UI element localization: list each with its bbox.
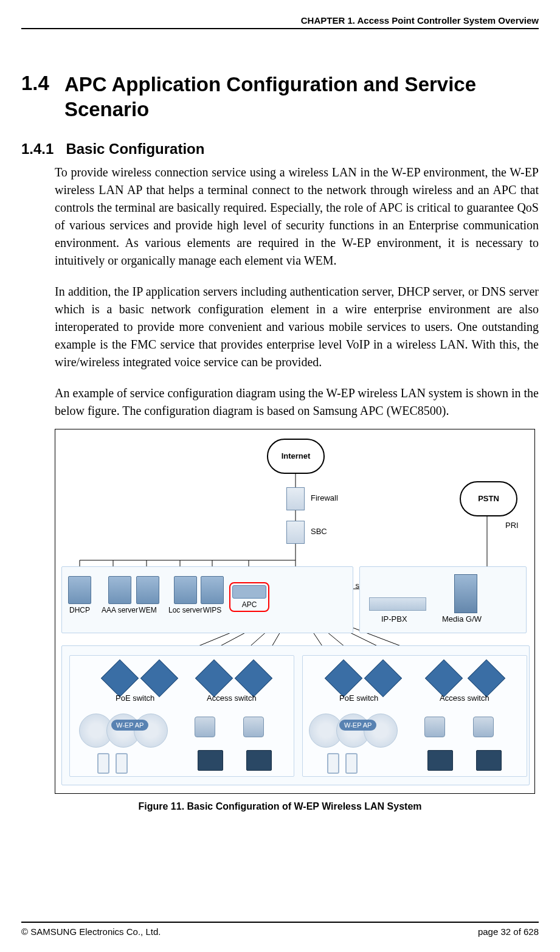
server-icon (136, 576, 159, 604)
server-icon (108, 576, 131, 604)
wep-ap-coverage (309, 714, 400, 750)
aaa-server: AAA server (102, 576, 138, 614)
section-number: 1.4 (21, 72, 49, 95)
copyright-text: © SAMSUNG Electronics Co., Ltd. (21, 926, 161, 937)
sbc-icon (286, 521, 305, 544)
access-switch-label: Access switch (440, 693, 489, 703)
wips-label: WIPS (203, 606, 222, 614)
apc-highlight-outline: APC (229, 582, 269, 612)
paragraph-1: To provide wireless connection service u… (55, 164, 539, 269)
pstn-cloud-icon: PSTN (460, 481, 517, 516)
loc-server: Loc server (168, 576, 202, 614)
firewall-icon (286, 487, 305, 510)
server-group: DHCP AAA server WEM Loc server WIPS APC (61, 566, 353, 633)
poe-switch-icon (325, 659, 362, 697)
figure-11-diagram: Internet PSTN PRI Firewall SBC Backbone … (55, 429, 535, 794)
wips-server: WIPS (201, 576, 224, 614)
page-number: page 32 of 628 (478, 926, 539, 937)
subsection-heading: 1.4.1 Basic Configuration (21, 141, 539, 158)
apc-device: APC (229, 582, 269, 612)
server-icon (201, 576, 224, 604)
server-icon (68, 576, 91, 604)
poe-switch-icon (140, 659, 178, 697)
pri-label: PRI (505, 521, 519, 530)
ip-pbx-label: IP-PBX (381, 614, 407, 624)
pc-icon (427, 750, 453, 771)
dhcp-server: DHCP (68, 576, 91, 614)
pc-icon (246, 750, 272, 771)
wep-ap-coverage (79, 714, 170, 750)
poe-switch-icon (364, 659, 402, 697)
site-1-group: PoE switch Access switch W-EP AP (69, 655, 294, 777)
apc-icon (232, 585, 266, 599)
subsection-title: Basic Configuration (66, 141, 204, 158)
dhcp-label: DHCP (69, 606, 90, 614)
internet-label: Internet (282, 451, 311, 460)
media-gateway-label: Media G/W (442, 614, 482, 624)
smartphone-icon (116, 753, 128, 774)
smartphone-icon (327, 753, 339, 774)
voice-group: IP-PBX Media G/W (359, 566, 527, 633)
poe-switch-label: PoE switch (339, 693, 378, 703)
apc-label: APC (242, 600, 257, 609)
smartphone-icon (345, 753, 358, 774)
access-switch-icon (195, 659, 233, 697)
ip-phone-icon (424, 717, 445, 737)
sbc-label: SBC (311, 527, 327, 536)
ip-pbx-icon (369, 597, 426, 611)
figure-caption: Figure 11. Basic Configuration of W-EP W… (21, 801, 539, 812)
pc-icon (476, 750, 502, 771)
page-header: CHAPTER 1. Access Point Controller Syste… (21, 15, 539, 29)
access-switch-icon (235, 659, 272, 697)
access-switch-icon (468, 659, 505, 697)
smartphone-icon (97, 753, 109, 774)
wep-ap-badge: W-EP AP (339, 720, 376, 731)
chapter-title: CHAPTER 1. Access Point Controller Syste… (301, 15, 539, 26)
server-icon (174, 576, 197, 604)
subsection-number: 1.4.1 (21, 141, 54, 158)
poe-switch-icon (101, 659, 139, 697)
page-footer: © SAMSUNG Electronics Co., Ltd. page 32 … (21, 922, 539, 937)
site-2-group: PoE switch Access switch W-EP AP (302, 655, 527, 777)
firewall-label: Firewall (311, 493, 338, 502)
wem-server: WEM (136, 576, 159, 614)
ip-phone-icon (195, 717, 215, 737)
pc-icon (198, 750, 223, 771)
body-text: To provide wireless connection service u… (55, 164, 539, 420)
pstn-label: PSTN (478, 494, 499, 503)
access-switch-label: Access switch (207, 693, 257, 703)
access-layer-group: PoE switch Access switch W-EP AP PoE swi… (61, 645, 530, 785)
media-gateway-icon (454, 574, 477, 613)
internet-cloud-icon: Internet (267, 439, 325, 474)
ip-phone-icon (243, 717, 264, 737)
paragraph-2: In addition, the IP application servers … (55, 283, 539, 371)
wep-ap-badge: W-EP AP (111, 720, 148, 731)
aaa-label: AAA server (102, 606, 138, 614)
ip-phone-icon (473, 717, 494, 737)
wem-label: WEM (139, 606, 156, 614)
poe-switch-label: PoE switch (116, 693, 154, 703)
section-title: APC Application Configuration and Servic… (64, 72, 539, 122)
loc-label: Loc server (168, 606, 202, 614)
access-switch-icon (425, 659, 463, 697)
paragraph-3: An example of service configuration diag… (55, 384, 539, 420)
section-heading: 1.4 APC Application Configuration and Se… (21, 72, 539, 122)
